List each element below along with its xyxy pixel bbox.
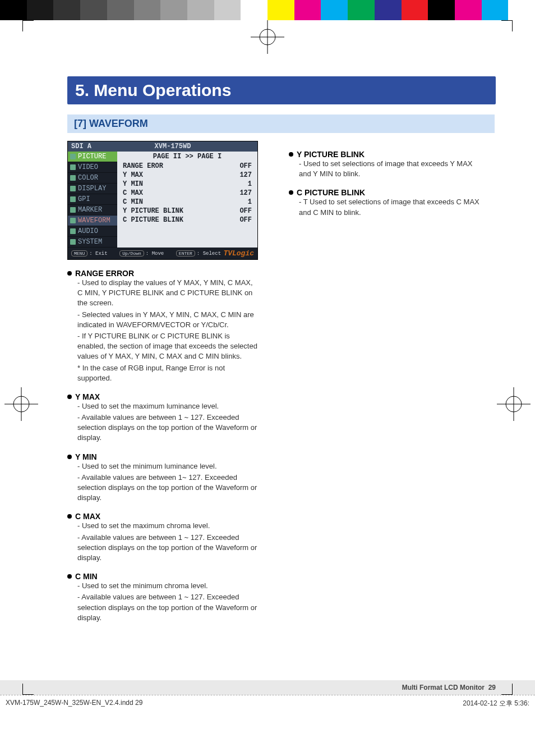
doc-item-heading: Y PICTURE BLINK [289, 150, 479, 159]
crop-mark [22, 684, 34, 695]
osd-setting-row: C MIN1 [117, 198, 257, 207]
doc-paragraph: - If Y PICTURE BLINK or C PICTURE BLINK … [77, 331, 258, 362]
doc-item-description: - T Used to set selections of image that… [289, 197, 479, 217]
osd-model-label: XVM-175WD [155, 143, 191, 150]
osd-setting-row: C PICTURE BLINKOFF [117, 216, 257, 224]
registration-mark-left [4, 387, 38, 423]
osd-sidebar-item: PICTURE [68, 152, 117, 162]
registration-mark-right [497, 387, 531, 423]
doc-paragraph: - Selected values in Y MAX, Y MIN, C MAX… [77, 310, 258, 330]
crop-mark [501, 684, 513, 695]
osd-setting-row: RANGE EROROFF [117, 162, 257, 171]
crop-mark [22, 20, 34, 31]
print-date: 2014-02-12 오후 5:36: [463, 699, 529, 708]
chapter-title: 5. Menu Operations [67, 76, 496, 104]
osd-sidebar-item: DISPLAY [68, 184, 117, 194]
doc-paragraph: - T Used to set selections of image that… [299, 197, 479, 217]
osd-sidebar-item: VIDEO [68, 162, 117, 173]
osd-footer: MENU: Exit Up/Down: Move ENTER: Select T… [68, 248, 257, 259]
doc-item-description: - Used to display the values of Y MAX, Y… [67, 278, 258, 383]
doc-paragraph: - Used to set the maximum chroma level. [77, 521, 258, 531]
osd-enter-key: ENTER [176, 250, 195, 256]
osd-sidebar-item: GPI [68, 194, 117, 205]
page-footer: Multi Format LCD Monitor 29 [0, 680, 535, 695]
doc-paragraph: - Used to set selections of image that e… [299, 159, 479, 179]
doc-item-description: - Used to set the minimum luminance leve… [67, 461, 258, 503]
osd-setting-row: C MAX127 [117, 189, 257, 198]
osd-sidebar-item: MARKER [68, 205, 117, 216]
doc-item-description: - Used to set the minimum chroma level.-… [67, 581, 258, 623]
osd-page-indicator: PAGE II >> PAGE I [117, 152, 257, 162]
osd-sidebar-item: AUDIO [68, 226, 117, 237]
osd-sidebar-item: SYSTEM [68, 237, 117, 248]
osd-updown-key: Up/Down [119, 250, 144, 256]
osd-sidebar-item: WAVEFORM [68, 216, 117, 226]
doc-paragraph: * In the case of RGB input, Range Error … [77, 363, 258, 383]
print-metadata: XVM-175W_245W-N_325W-EN_V2.4.indd 29 201… [0, 695, 535, 712]
osd-menu-key: MENU [71, 250, 87, 256]
footer-label: Multi Format LCD Monitor [402, 684, 485, 691]
section-title: [7] WAVEFORM [67, 114, 495, 133]
registration-mark-top [251, 20, 284, 56]
crop-mark [501, 20, 513, 31]
doc-paragraph: - Used to set the minimum luminance leve… [77, 461, 258, 471]
print-filename: XVM-175W_245W-N_325W-EN_V2.4.indd 29 [6, 699, 142, 708]
print-color-bar [0, 0, 535, 20]
doc-paragraph: - Available values are between 1 ~ 127. … [77, 413, 258, 443]
doc-item-heading: RANGE ERROR [67, 269, 258, 278]
doc-paragraph: - Used to display the values of Y MAX, Y… [77, 278, 258, 309]
osd-sidebar-item: COLOR [68, 173, 117, 184]
osd-brand: TVLogic [223, 249, 254, 258]
osd-setting-row: Y MIN1 [117, 180, 257, 189]
osd-sidebar: PICTUREVIDEOCOLORDISPLAYGPIMARKERWAVEFOR… [68, 152, 117, 248]
osd-screenshot: SDI A XVM-175WD PICTUREVIDEOCOLORDISPLAY… [67, 141, 258, 260]
doc-item-heading: C MAX [67, 512, 258, 521]
osd-main: PAGE II >> PAGE I RANGE EROROFF Y MAX127… [117, 152, 257, 248]
osd-input-label: SDI A [71, 143, 91, 150]
doc-item-description: - Used to set the maximum chroma level.-… [67, 521, 258, 563]
footer-page-number: 29 [488, 684, 496, 691]
doc-item-description: - Used to set selections of image that e… [289, 159, 479, 179]
doc-item-description: - Used to set the maximum luminance leve… [67, 401, 258, 443]
doc-paragraph: - Available values are between 1~ 127. E… [77, 473, 258, 503]
osd-setting-row: Y PICTURE BLINKOFF [117, 207, 257, 216]
doc-paragraph: - Used to set the minimum chroma level. [77, 581, 258, 591]
doc-paragraph: - Available values are between 1 ~ 127. … [77, 592, 258, 623]
page-content: 5. Menu Operations [7] WAVEFORM SDI A XV… [0, 20, 535, 647]
doc-item-heading: C PICTURE BLINK [289, 188, 479, 197]
doc-item-heading: Y MAX [67, 392, 258, 401]
doc-paragraph: - Used to set the maximum luminance leve… [77, 401, 258, 411]
osd-setting-row: Y MAX127 [117, 171, 257, 180]
doc-item-heading: C MIN [67, 572, 258, 581]
doc-paragraph: - Available values are between 1 ~ 127. … [77, 533, 258, 563]
doc-item-heading: Y MIN [67, 452, 258, 461]
